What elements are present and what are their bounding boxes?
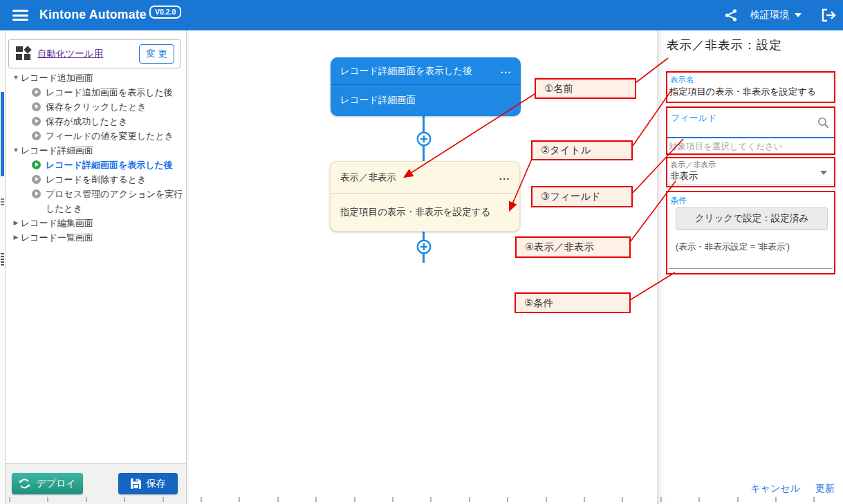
- edge-strip-blue-segment: [1, 92, 4, 176]
- node-menu-button[interactable]: ...: [501, 64, 512, 75]
- play-icon: [32, 189, 41, 198]
- app-title: Kintone Automate: [39, 8, 147, 22]
- tree-item-event[interactable]: 保存が成功したとき: [11, 114, 185, 129]
- display-name-highlight-box: 表示名 指定項目の表示・非表示を設定する: [666, 71, 835, 103]
- sync-icon: [19, 478, 30, 489]
- environment-label[interactable]: 検証環境: [750, 9, 789, 21]
- caret-right-icon[interactable]: ▶: [11, 216, 21, 230]
- update-button[interactable]: 更新: [815, 483, 835, 495]
- sidebar: 自動化ツール用 変 更 ▼ レコード追加画面 レコード追加画面を表示した後 保存…: [6, 30, 187, 504]
- app-name-link[interactable]: 自動化ツール用: [37, 48, 139, 60]
- environment-caret-icon[interactable]: [795, 13, 802, 17]
- play-icon: [32, 102, 41, 111]
- tree-item-event[interactable]: 保存をクリックしたとき: [11, 100, 185, 114]
- settings-panel: 表示／非表示：設定 表示名 指定項目の表示・非表示を設定する フィールド 対象項…: [657, 30, 843, 504]
- tree-item-event[interactable]: プロセス管理のアクションを実行したとき: [11, 187, 185, 216]
- node-menu-button[interactable]: ...: [499, 171, 510, 182]
- deploy-button[interactable]: デプロイ: [12, 473, 83, 494]
- annotation-name: ①名前: [535, 78, 636, 99]
- field-label: フィールド: [671, 112, 716, 124]
- field-helper-text: 対象項目を選択してください: [669, 141, 783, 153]
- field-input-underline: [667, 137, 834, 138]
- visibility-caret-icon[interactable]: [820, 171, 827, 175]
- event-node[interactable]: レコード詳細画面を表示した後 ... レコード詳細画面: [331, 57, 521, 116]
- tree-item-event[interactable]: レコード追加画面を表示した後: [11, 85, 185, 100]
- sidebar-footer: デプロイ 保存: [6, 463, 186, 504]
- action-node-subtitle: 指定項目の表示・非表示を設定する: [340, 206, 490, 218]
- event-node-subtitle: レコード詳細画面: [340, 94, 416, 106]
- action-node-title: 表示／非表示: [340, 171, 396, 184]
- annotation-title: ②タイトル: [531, 140, 633, 160]
- tree-group-record-list[interactable]: ▶ レコード一覧画面: [11, 230, 185, 245]
- app-icon: [16, 46, 31, 62]
- play-icon: [32, 131, 41, 140]
- kintone-automate-window: Kintone Automate V0.2.0 検証環境 自動化ツール用 変 更…: [0, 0, 843, 504]
- caret-down-icon[interactable]: ▼: [11, 143, 21, 158]
- visibility-underline: [667, 185, 834, 185]
- tree-group-record-detail[interactable]: ▼ レコード詳細画面: [11, 143, 185, 158]
- tree-group-record-add[interactable]: ▼ レコード追加画面: [11, 71, 185, 85]
- tree-group-record-edit[interactable]: ▶ レコード編集画面: [11, 216, 185, 230]
- caret-right-icon[interactable]: ▶: [11, 230, 21, 245]
- edge-strip-mark: [1, 198, 4, 207]
- condition-summary: (表示・非表示設定 = '非表示'): [676, 241, 790, 253]
- play-icon: [32, 88, 41, 97]
- share-icon[interactable]: [724, 8, 738, 22]
- visibility-select-value[interactable]: 非表示: [670, 170, 698, 183]
- condition-setting-button[interactable]: クリックで設定：設定済み: [676, 207, 828, 230]
- event-tree: ▼ レコード追加画面 レコード追加画面を表示した後 保存をクリックしたとき 保存…: [11, 71, 185, 245]
- annotation-condition: ⑤条件: [515, 292, 631, 313]
- condition-divider: [669, 268, 833, 269]
- save-button[interactable]: 保存: [118, 473, 178, 494]
- search-icon[interactable]: [817, 117, 829, 131]
- add-step-button[interactable]: [416, 131, 432, 147]
- change-app-button[interactable]: 変 更: [139, 44, 174, 64]
- field-highlight-box: フィールド 対象項目を選択してください: [666, 106, 835, 155]
- display-name-value[interactable]: 指定項目の表示・非表示を設定する: [669, 86, 816, 98]
- edge-strip-mark: [1, 253, 4, 267]
- app-selector-box: 自動化ツール用 変 更: [8, 39, 180, 68]
- panel-title: 表示／非表示：設定: [667, 37, 782, 53]
- app-header: Kintone Automate V0.2.0 検証環境: [0, 0, 843, 30]
- add-step-button[interactable]: [416, 239, 432, 254]
- hamburger-menu-icon[interactable]: [12, 10, 28, 21]
- visibility-highlight-box: 表示／非表示 非表示: [666, 157, 835, 187]
- version-badge: V0.2.0: [149, 6, 181, 19]
- action-node[interactable]: 表示／非表示 ... 指定項目の表示・非表示を設定する: [330, 161, 520, 232]
- tree-item-event[interactable]: レコードを削除するとき: [11, 172, 185, 187]
- play-icon: [32, 117, 41, 126]
- caret-down-icon[interactable]: ▼: [11, 71, 21, 85]
- tree-item-event[interactable]: フィールドの値を変更したとき: [11, 129, 185, 143]
- logout-icon[interactable]: [821, 8, 836, 22]
- annotation-field: ③フィールド: [531, 186, 633, 207]
- field-search-input[interactable]: [670, 124, 808, 136]
- visibility-label: 表示／非表示: [670, 160, 716, 170]
- condition-highlight-box: 条件 クリックで設定：設定済み (表示・非表示設定 = '非表示'): [666, 191, 835, 274]
- tree-item-event-selected[interactable]: レコード詳細画面を表示した後: [11, 158, 185, 172]
- display-name-label: 表示名: [670, 75, 694, 85]
- annotation-visibility: ④表示／非表示: [515, 236, 631, 258]
- condition-label: 条件: [670, 195, 687, 207]
- floppy-disk-icon: [131, 478, 141, 489]
- event-node-title: レコード詳細画面を表示した後: [340, 65, 472, 77]
- cancel-button[interactable]: キャンセル: [750, 483, 800, 495]
- play-icon: [32, 175, 41, 184]
- play-icon-active: [32, 160, 41, 169]
- left-edge-strip: [0, 30, 6, 504]
